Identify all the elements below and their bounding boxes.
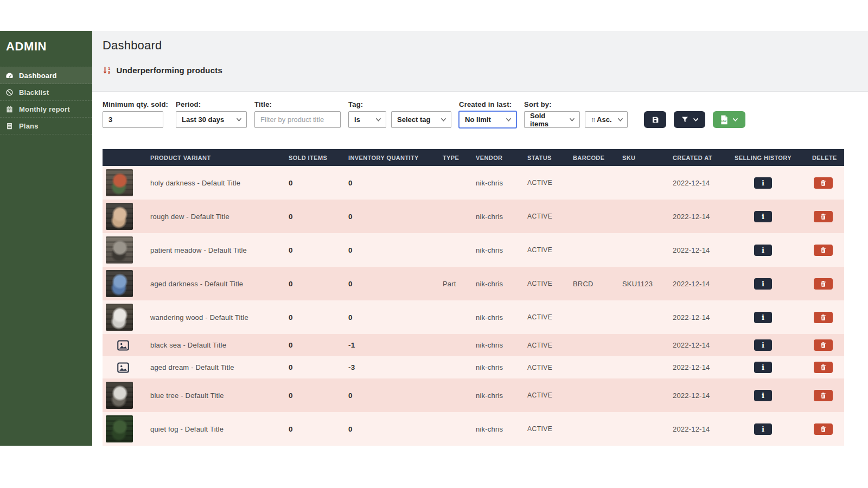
delete-button[interactable] <box>814 177 833 189</box>
tag-operator-select[interactable]: is <box>348 111 386 128</box>
chevron-down-icon <box>732 118 738 122</box>
selling-history-button[interactable] <box>754 390 772 401</box>
table-row: blue tree - Default Title 0 0 nik-chris … <box>103 378 844 412</box>
sold-items-value: 0 <box>289 179 348 187</box>
title-filter-label: Title: <box>254 100 341 108</box>
save-button[interactable] <box>644 111 666 128</box>
min-qty-label: Minimum qty. sold: <box>103 100 168 108</box>
product-title: wandering wood - Default Title <box>144 313 289 322</box>
table-row: holy darkness - Default Title 0 0 nik-ch… <box>103 166 844 200</box>
product-thumbnail <box>106 236 133 264</box>
list-icon <box>5 122 14 130</box>
status-value: ACTIVE <box>527 313 573 321</box>
sidebar-item-monthly-report[interactable]: Monthly report <box>0 101 92 118</box>
trash-icon <box>820 342 827 349</box>
sold-items-value: 0 <box>289 425 348 433</box>
selling-history-button[interactable] <box>754 177 772 189</box>
inventory-quantity-value: 0 <box>348 179 443 187</box>
status-value: ACTIVE <box>527 246 573 254</box>
product-thumbnail <box>106 415 133 442</box>
min-qty-input[interactable] <box>103 111 163 128</box>
sort-direction-select[interactable]: Asc. <box>585 111 628 128</box>
sidebar-item-blacklist[interactable]: Blacklist <box>0 84 92 101</box>
product-title: aged dream - Default Title <box>144 363 289 371</box>
delete-button[interactable] <box>814 312 833 323</box>
created-at-value: 2022-12-14 <box>668 280 733 288</box>
sidebar-item-label: Blacklist <box>19 88 49 97</box>
page-title: Dashboard <box>103 31 868 53</box>
inventory-quantity-value: -3 <box>348 363 443 371</box>
created-at-value: 2022-12-14 <box>668 313 733 322</box>
selling-history-button[interactable] <box>754 278 772 290</box>
trash-icon <box>820 426 827 433</box>
sold-items-value: 0 <box>289 313 348 322</box>
vendor-value: nik-chris <box>476 363 527 371</box>
table-row: quiet fog - Default Title 0 0 nik-chris … <box>103 412 844 446</box>
product-thumbnail <box>106 203 133 230</box>
created-at-value: 2022-12-14 <box>668 391 733 400</box>
sidebar-item-plans[interactable]: Plans <box>0 118 92 134</box>
sold-items-value: 0 <box>289 213 348 221</box>
delete-button[interactable] <box>814 362 833 373</box>
tag-label: Tag: <box>348 100 451 108</box>
trash-icon <box>820 179 827 187</box>
sidebar-item-label: Dashboard <box>19 72 57 80</box>
product-title: rough dew - Default Title <box>144 213 289 221</box>
selling-history-button[interactable] <box>754 312 772 323</box>
tag-select[interactable]: Select tag <box>391 111 451 128</box>
selling-history-button[interactable] <box>754 339 772 351</box>
filter-actions: CSV <box>644 111 745 128</box>
selling-history-button[interactable] <box>754 211 772 222</box>
trash-icon <box>820 364 827 371</box>
vendor-value: nik-chris <box>476 425 527 433</box>
filter-button[interactable] <box>674 111 705 128</box>
selling-history-button[interactable] <box>754 362 772 373</box>
selling-history-button[interactable] <box>754 245 772 256</box>
column-header-selling-history: SELLING HISTORY <box>733 155 812 161</box>
export-csv-button[interactable]: CSV <box>713 111 745 128</box>
barcode-value: BRCD <box>573 280 617 288</box>
table-header: PRODUCT VARIANT SOLD ITEMS INVENTORY QUA… <box>103 149 844 166</box>
delete-button[interactable] <box>814 390 833 401</box>
column-header-vendor: VENDOR <box>476 155 527 161</box>
vendor-value: nik-chris <box>476 280 527 288</box>
trash-icon <box>820 247 827 254</box>
selling-history-button[interactable] <box>754 423 772 435</box>
table-row: patient meadow - Default Title 0 0 nik-c… <box>103 233 844 267</box>
inventory-quantity-value: -1 <box>348 341 443 349</box>
products-table: PRODUCT VARIANT SOLD ITEMS INVENTORY QUA… <box>103 149 844 446</box>
delete-button[interactable] <box>814 339 833 351</box>
created-at-value: 2022-12-14 <box>668 213 733 221</box>
sidebar-item-dashboard[interactable]: Dashboard <box>0 67 92 84</box>
type-value: Part <box>443 280 476 288</box>
chevron-down-icon <box>506 118 512 122</box>
sort-by-select[interactable]: Sold items <box>524 111 580 128</box>
created-in-last-select[interactable]: No limit <box>459 111 516 128</box>
table-row: wandering wood - Default Title 0 0 nik-c… <box>103 300 844 334</box>
sidebar-menu: Dashboard Blacklist Monthly report P <box>0 67 92 134</box>
delete-button[interactable] <box>814 278 833 290</box>
product-title: quiet fog - Default Title <box>144 425 289 433</box>
product-title: patient meadow - Default Title <box>144 246 289 254</box>
table-row: black sea - Default Title 0 -1 nik-chris… <box>103 334 844 356</box>
delete-button[interactable] <box>814 245 833 256</box>
sidebar-item-label: Monthly report <box>19 105 70 113</box>
delete-button[interactable] <box>814 423 833 435</box>
product-thumbnail <box>106 382 133 409</box>
created-at-value: 2022-12-14 <box>668 363 733 371</box>
arrows-up-icon <box>591 115 597 124</box>
title-filter-input[interactable] <box>254 111 341 128</box>
topbar: Dashboard 19 Underperforming products <box>92 31 868 92</box>
product-thumbnail <box>106 169 133 196</box>
trash-icon <box>820 392 827 399</box>
column-header-product-variant: PRODUCT VARIANT <box>144 155 289 161</box>
section-title: Underperforming products <box>116 66 222 75</box>
delete-button[interactable] <box>814 211 833 222</box>
table-row: aged darkness - Default Title 0 0 Part n… <box>103 267 844 300</box>
period-select[interactable]: Last 30 days <box>176 111 247 128</box>
app-window: ADMIN Dashboard Blacklist M <box>0 31 868 446</box>
inventory-quantity-value: 0 <box>348 280 443 288</box>
ban-icon <box>5 88 14 97</box>
status-value: ACTIVE <box>527 179 573 187</box>
chevron-down-icon <box>617 118 623 122</box>
